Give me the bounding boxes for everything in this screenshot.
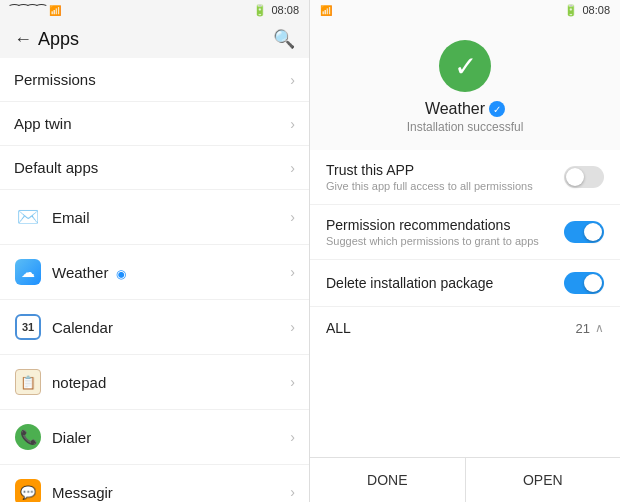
search-button[interactable]: 🔍	[273, 28, 295, 50]
wifi-icon: 📶	[49, 5, 61, 16]
installation-success-section: ✓ Weather ✓ Installation successful	[310, 20, 620, 150]
right-status-right: 🔋 08:08	[564, 4, 610, 17]
collapse-icon: ∧	[595, 321, 604, 335]
chevron-icon: ›	[290, 160, 295, 176]
app-name-row: Weather ✓	[425, 100, 505, 118]
right-panel: 📶 🔋 08:08 ✓ Weather ✓ Installation succe…	[310, 0, 620, 502]
all-count-group: 21 ∧	[576, 321, 604, 336]
permission-rec-toggle[interactable]	[564, 221, 604, 243]
right-time-display: 08:08	[582, 4, 610, 16]
header-left-group: ← Apps	[14, 29, 79, 50]
left-header: ← Apps 🔍	[0, 20, 309, 58]
all-label: ALL	[326, 320, 351, 336]
email-icon: ✉️	[14, 203, 42, 231]
sidebar-item-app-twin[interactable]: App twin ›	[0, 102, 309, 146]
trust-app-desc: Give this app full access to all permiss…	[326, 180, 552, 192]
messagir-icon: 💬	[14, 478, 42, 502]
sidebar-item-messagir[interactable]: 💬 Messagir ›	[0, 465, 309, 502]
chevron-icon: ›	[290, 116, 295, 132]
sidebar-item-default-apps[interactable]: Default apps ›	[0, 146, 309, 190]
toggle-thumb	[584, 223, 602, 241]
notepad-icon: 📋	[14, 368, 42, 396]
sidebar-item-permissions[interactable]: Permissions ›	[0, 58, 309, 102]
sidebar-item-email[interactable]: ✉️ Email ›	[0, 190, 309, 245]
delete-package-title: Delete installation package	[326, 275, 552, 291]
left-status-bar: ⁀⁀⁀⁀ 📶 🔋 08:08	[0, 0, 309, 20]
open-button[interactable]: OPEN	[466, 458, 621, 502]
calendar-icon: 31	[14, 313, 42, 341]
signal-icon: ⁀⁀⁀⁀	[10, 4, 46, 17]
page-title: Apps	[38, 29, 79, 50]
permission-recommendations-row: Permission recommendations Suggest which…	[310, 205, 620, 260]
sidebar-item-dialer[interactable]: 📞 Dialer ›	[0, 410, 309, 465]
chevron-icon: ›	[290, 484, 295, 500]
delete-package-row: Delete installation package	[310, 260, 620, 307]
permission-rec-text-group: Permission recommendations Suggest which…	[326, 217, 552, 247]
permission-rec-title: Permission recommendations	[326, 217, 552, 233]
right-status-left: 📶	[320, 5, 332, 16]
chevron-icon: ›	[290, 209, 295, 225]
weather-verified-badge: ◉	[116, 267, 126, 281]
sidebar-item-notepad[interactable]: 📋 notepad ›	[0, 355, 309, 410]
permission-rec-desc: Suggest which permissions to grant to ap…	[326, 235, 552, 247]
chevron-icon: ›	[290, 374, 295, 390]
trust-app-row: Trust this APP Give this app full access…	[310, 150, 620, 205]
right-status-bar: 📶 🔋 08:08	[310, 0, 620, 20]
toggle-thumb	[566, 168, 584, 186]
bottom-buttons: DONE OPEN	[310, 457, 620, 502]
all-count-number: 21	[576, 321, 590, 336]
left-panel: ⁀⁀⁀⁀ 📶 🔋 08:08 ← Apps 🔍 Permissions › Ap…	[0, 0, 310, 502]
status-right: 🔋 08:08	[253, 4, 299, 17]
chevron-icon: ›	[290, 72, 295, 88]
app-list-group: ✉️ Email › ☁ Weather ◉ › 31 Calendar	[0, 190, 309, 502]
success-checkmark-icon: ✓	[439, 40, 491, 92]
install-status-text: Installation successful	[407, 120, 524, 134]
chevron-icon: ›	[290, 264, 295, 280]
sidebar-item-calendar[interactable]: 31 Calendar ›	[0, 300, 309, 355]
delete-package-toggle[interactable]	[564, 272, 604, 294]
right-signal-icon: 📶	[320, 5, 332, 16]
done-button[interactable]: DONE	[310, 458, 466, 502]
battery-icon: 🔋	[253, 4, 267, 17]
trust-app-title: Trust this APP	[326, 162, 552, 178]
all-permissions-row[interactable]: ALL 21 ∧	[310, 307, 620, 349]
settings-section: Trust this APP Give this app full access…	[310, 150, 620, 457]
app-name: Weather	[425, 100, 485, 118]
weather-app-icon: ☁	[14, 258, 42, 286]
status-left: ⁀⁀⁀⁀ 📶	[10, 4, 61, 17]
toggle-thumb	[584, 274, 602, 292]
time-display: 08:08	[271, 4, 299, 16]
chevron-icon: ›	[290, 429, 295, 445]
verified-badge-icon: ✓	[489, 101, 505, 117]
dialer-icon: 📞	[14, 423, 42, 451]
trust-app-text-group: Trust this APP Give this app full access…	[326, 162, 552, 192]
delete-package-text-group: Delete installation package	[326, 275, 552, 291]
trust-app-toggle[interactable]	[564, 166, 604, 188]
top-menu-group: Permissions › App twin › Default apps ›	[0, 58, 309, 190]
chevron-icon: ›	[290, 319, 295, 335]
right-battery-icon: 🔋	[564, 4, 578, 17]
sidebar-item-weather[interactable]: ☁ Weather ◉ ›	[0, 245, 309, 300]
back-button[interactable]: ←	[14, 29, 32, 50]
